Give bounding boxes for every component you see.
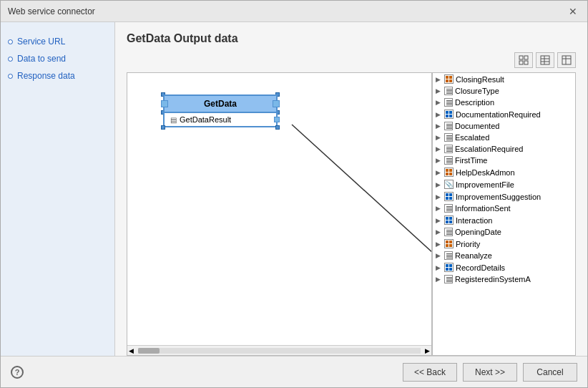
diagram-canvas: GetData ▤ GetDataResult bbox=[127, 73, 432, 355]
tree-item-label: Documented bbox=[455, 122, 499, 130]
tree-item-icon bbox=[444, 192, 454, 201]
node-getdata[interactable]: GetData ▤ GetDataResult bbox=[163, 94, 278, 127]
node-result-arrow bbox=[274, 117, 280, 122]
tree-item-label: ImprovementFile bbox=[456, 180, 514, 189]
grid-view-button[interactable] bbox=[514, 52, 533, 68]
tree-item-icon bbox=[444, 263, 454, 272]
page-title: GetData Output data bbox=[127, 32, 576, 45]
tree-item-label: OpeningDate bbox=[455, 228, 501, 236]
sidebar-item-response-data[interactable]: Response data bbox=[8, 71, 107, 81]
tree-item[interactable]: ▶Description bbox=[433, 97, 575, 108]
tree-item-icon bbox=[444, 122, 453, 130]
scroll-right-btn[interactable]: ▶ bbox=[423, 347, 431, 354]
tree-item-icon bbox=[444, 110, 454, 119]
tree-item-icon bbox=[444, 87, 453, 95]
main-window: Web service connector ✕ Service URL Data… bbox=[0, 0, 588, 388]
tree-item-arrow: ▶ bbox=[436, 76, 443, 83]
expand-view-button[interactable] bbox=[557, 52, 576, 68]
tree-item-arrow: ▶ bbox=[436, 193, 443, 200]
tree-item-arrow: ▶ bbox=[436, 264, 443, 271]
tree-item-label: Priority bbox=[456, 240, 480, 248]
tree-item[interactable]: ▶ClosingResult bbox=[433, 73, 575, 85]
tree-item-icon bbox=[444, 133, 453, 142]
sidebar-item-data-to-send[interactable]: Data to send bbox=[8, 54, 107, 64]
tree-item-arrow: ▶ bbox=[436, 169, 443, 176]
tree-item-label: ImprovementSuggestion bbox=[456, 193, 541, 201]
tree-item[interactable]: ▶Reanalyze bbox=[433, 250, 575, 261]
tree-item-arrow: ▶ bbox=[436, 241, 443, 248]
diagram-area: GetData ▤ GetDataResult bbox=[127, 72, 576, 356]
table-view-button[interactable] bbox=[536, 52, 554, 68]
tree-item[interactable]: ▶OpeningDate bbox=[433, 226, 575, 238]
tree-item-label: EscalationRequired bbox=[455, 145, 523, 153]
tree-item-icon bbox=[444, 251, 453, 260]
tree-item[interactable]: ▶Escalated bbox=[433, 132, 575, 143]
horizontal-scrollbar[interactable]: ◀ ▶ bbox=[127, 345, 431, 355]
node-result-icon: ▤ bbox=[170, 116, 177, 124]
close-button[interactable]: ✕ bbox=[566, 6, 580, 17]
handle-bbr bbox=[275, 125, 280, 130]
tree-item-icon: 📎 bbox=[444, 180, 454, 189]
tree-item-arrow: ▶ bbox=[436, 276, 443, 283]
scroll-thumb bbox=[138, 348, 160, 354]
tree-item[interactable]: ▶Documented bbox=[433, 120, 575, 132]
node-header: GetData bbox=[163, 94, 278, 113]
tree-item-label: ClosureType bbox=[455, 87, 499, 95]
tree-item[interactable]: ▶Priority bbox=[433, 238, 575, 250]
tree-item-arrow: ▶ bbox=[436, 205, 443, 212]
sidebar-label-response-data: Response data bbox=[17, 71, 75, 81]
sidebar-dot-2 bbox=[8, 57, 13, 62]
sidebar-label-service-url: Service URL bbox=[17, 37, 65, 47]
tree-item[interactable]: ▶FirstTime bbox=[433, 155, 575, 166]
sidebar-item-service-url[interactable]: Service URL bbox=[8, 37, 107, 47]
scroll-left-btn[interactable]: ◀ bbox=[127, 347, 135, 354]
tree-item-arrow: ▶ bbox=[436, 134, 443, 141]
tree-item-arrow: ▶ bbox=[436, 217, 443, 224]
tree-item-label: ClosingResult bbox=[456, 75, 504, 84]
tree-item[interactable]: ▶RegisteredinSystemA bbox=[433, 273, 575, 285]
svg-line-11 bbox=[292, 125, 431, 352]
footer-left: ? bbox=[11, 366, 24, 379]
node-label: GetData bbox=[204, 99, 237, 109]
svg-rect-0 bbox=[519, 56, 523, 59]
help-icon[interactable]: ? bbox=[11, 366, 24, 379]
main-panel: GetData Output data bbox=[115, 22, 587, 356]
title-bar: Web service connector ✕ bbox=[1, 1, 587, 22]
footer-buttons: << Back Next >> Cancel bbox=[403, 363, 577, 382]
tree-item[interactable]: ▶RecordDetails bbox=[433, 261, 575, 273]
tree-item[interactable]: ▶HelpDeskAdmon bbox=[433, 166, 575, 178]
tree-item[interactable]: ▶ImprovementSuggestion bbox=[433, 190, 575, 203]
svg-rect-1 bbox=[524, 56, 528, 59]
sidebar: Service URL Data to send Response data bbox=[1, 22, 115, 356]
handle-bbl bbox=[161, 125, 165, 130]
tree-item-icon bbox=[444, 168, 454, 177]
tree-item[interactable]: ▶📎ImprovementFile bbox=[433, 178, 575, 190]
tree-item-arrow: ▶ bbox=[436, 252, 443, 259]
tree-item-icon bbox=[444, 74, 454, 84]
toolbar bbox=[127, 52, 576, 68]
tree-panel: ▶ClosingResult▶ClosureType▶Description▶D… bbox=[432, 73, 575, 355]
node-result: ▤ GetDataResult bbox=[163, 113, 278, 127]
tree-item-icon bbox=[444, 156, 453, 165]
cancel-button[interactable]: Cancel bbox=[523, 363, 577, 382]
tree-item[interactable]: ▶DocumentationRequired bbox=[433, 108, 575, 120]
tree-item-label: InformationSent bbox=[455, 204, 511, 213]
next-button[interactable]: Next >> bbox=[463, 363, 517, 382]
back-button[interactable]: << Back bbox=[403, 363, 457, 382]
tree-container: ▶ClosingResult▶ClosureType▶Description▶D… bbox=[433, 73, 575, 285]
tree-item[interactable]: ▶InformationSent bbox=[433, 203, 575, 214]
tree-item-arrow: ▶ bbox=[436, 111, 443, 118]
tree-item[interactable]: ▶Interaction bbox=[433, 214, 575, 226]
tree-item-label: RecordDetails bbox=[456, 263, 505, 272]
tree-item[interactable]: ▶ClosureType bbox=[433, 85, 575, 97]
tree-item-label: Description bbox=[455, 98, 494, 107]
tree-item-arrow: ▶ bbox=[436, 145, 443, 152]
node-box: GetData ▤ GetDataResult bbox=[163, 94, 278, 127]
tree-item-label: Interaction bbox=[456, 216, 492, 225]
tree-item[interactable]: ▶EscalationRequired bbox=[433, 143, 575, 155]
tree-item-label: FirstTime bbox=[455, 156, 487, 165]
tree-item-label: Escalated bbox=[455, 133, 489, 142]
svg-rect-8 bbox=[562, 56, 571, 64]
sidebar-dot-3 bbox=[8, 74, 13, 79]
tree-item-icon bbox=[444, 275, 453, 283]
